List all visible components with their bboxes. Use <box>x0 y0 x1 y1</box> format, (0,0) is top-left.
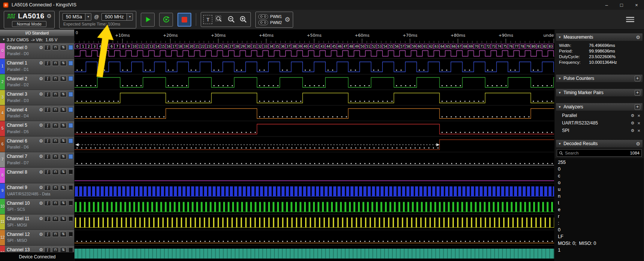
channel-settings-gear-icon[interactable]: ⚙ <box>39 170 43 174</box>
channel-settings-gear-icon[interactable]: ⚙ <box>39 185 43 190</box>
decoded-results-header[interactable]: ▼ Decoded Results ⚙ <box>556 140 643 148</box>
analyzer-settings-gear-icon[interactable]: ⚙ <box>631 121 635 126</box>
analyzers-header[interactable]: ▼ Analyzers + <box>556 103 643 111</box>
search-input[interactable] <box>565 151 628 155</box>
level-trigger-button[interactable]: ⇅ <box>60 60 67 66</box>
channel-row[interactable]: 9 Channel 9 ⚙ ʃ ⊓ ⇅ _ UART/RS232/485 - D… <box>0 183 74 199</box>
level-trigger-button[interactable]: ⇅ <box>60 107 67 112</box>
channel-row[interactable]: 4 Channel 4 ⚙ ʃ ⊓ ⇅ Parallel - D4 <box>0 105 74 121</box>
mode-selector[interactable]: Normal Mode <box>12 21 46 27</box>
channel-settings-gear-icon[interactable]: ⚙ <box>39 201 43 206</box>
pwm-settings-gear-icon[interactable]: ⚙ <box>285 16 290 24</box>
loop-sampling-button[interactable] <box>159 13 173 27</box>
decoded-result-item[interactable]: r <box>558 214 644 220</box>
level-trigger-button[interactable]: ⇅ <box>60 185 67 190</box>
decoded-result-item[interactable]: LF <box>558 234 644 241</box>
pulse-trigger-button[interactable]: ⊓ <box>52 45 59 50</box>
decoded-result-item[interactable]: 0 <box>558 166 644 173</box>
channel-row[interactable]: 7 Channel 7 ⚙ ʃ ⊓ ⇅ Parallel - D7 <box>0 152 74 168</box>
channel-row[interactable]: 12 Channel 12 ⚙ ʃ ⊓ ⇅ _ SPI - MISO <box>0 230 74 246</box>
edge-trigger-button[interactable]: ʃ <box>44 169 51 175</box>
edge-trigger-button[interactable]: ʃ <box>44 231 51 237</box>
zoom-selection-button[interactable] <box>214 15 224 25</box>
zoom-out-button[interactable] <box>226 15 236 25</box>
channel-assign-tag[interactable] <box>69 123 73 128</box>
decoded-result-item[interactable]: n <box>558 194 644 200</box>
channel-assign-tag[interactable] <box>69 92 73 97</box>
minimize-button[interactable]: – <box>599 0 614 10</box>
waveform-area[interactable]: +10ms+20ms+30ms+40ms+50ms+60ms+70ms+80ms… <box>75 30 554 261</box>
add-timing-marker-button[interactable]: + <box>635 90 640 96</box>
channel-assign-tag[interactable]: _ <box>69 248 73 252</box>
decoded-settings-gear-icon[interactable]: ⚙ <box>636 141 640 147</box>
channel-assign-tag[interactable]: _ <box>69 232 73 237</box>
dropdown-arrow-icon[interactable]: ▼ <box>85 14 91 20</box>
level-trigger-button[interactable]: ⇅ <box>60 216 67 222</box>
level-trigger-button[interactable]: ⇅ <box>60 123 67 128</box>
edge-trigger-button[interactable]: ʃ <box>44 107 51 112</box>
edge-trigger-button[interactable]: ʃ <box>44 76 51 81</box>
level-trigger-button[interactable]: ⇅ <box>60 76 67 81</box>
channel-row[interactable]: 8 Channel 8 ⚙ ʃ ⊓ ⇅ _ <box>0 168 74 183</box>
channel-assign-tag[interactable] <box>69 45 73 50</box>
dropdown-arrow-icon[interactable]: ▼ <box>127 14 133 20</box>
channel-settings-gear-icon[interactable]: ⚙ <box>39 92 43 96</box>
pulse-trigger-button[interactable]: ⊓ <box>52 154 59 159</box>
decoded-result-item[interactable]: c <box>558 173 644 180</box>
decoded-results-list[interactable]: 2550counter:0LFMOSI: 0; MISO: 01 <box>555 158 644 261</box>
analyzer-close-icon[interactable]: × <box>637 113 640 118</box>
channel-settings-gear-icon[interactable]: ⚙ <box>39 139 43 143</box>
channel-assign-tag[interactable] <box>69 138 73 143</box>
channel-assign-tag[interactable]: _ <box>69 216 73 221</box>
channel-assign-tag[interactable]: _ <box>69 185 73 190</box>
channel-row[interactable]: 6 Channel 6 ⚙ ʃ ⊓ ⇅ Parallel - D6 <box>0 136 74 152</box>
pulse-trigger-button[interactable]: ⊓ <box>52 60 59 66</box>
channel-row[interactable]: 3 Channel 3 ⚙ ʃ ⊓ ⇅ Parallel - D3 <box>0 90 74 106</box>
level-trigger-button[interactable]: ⇅ <box>60 45 67 50</box>
pulse-trigger-button[interactable]: ⊓ <box>52 185 59 190</box>
decoded-result-item[interactable]: MOSI: 0; MISO: 0 <box>558 241 644 248</box>
decoded-result-item[interactable]: o <box>558 180 644 187</box>
level-trigger-button[interactable]: ⇅ <box>60 138 67 144</box>
decoded-result-item[interactable]: 0 <box>558 227 644 234</box>
start-button[interactable] <box>141 13 155 27</box>
edge-trigger-button[interactable]: ʃ <box>44 45 51 50</box>
add-analyzer-button[interactable]: + <box>635 104 640 110</box>
channel-settings-gear-icon[interactable]: ⚙ <box>39 123 43 128</box>
decoded-result-item[interactable]: 255 <box>558 160 644 166</box>
channel-row[interactable]: 2 Channel 2 ⚙ ʃ ⊓ ⇅ Parallel - D2 <box>0 74 74 90</box>
decoded-result-item[interactable]: 1 <box>558 248 644 254</box>
channel-settings-gear-icon[interactable]: ⚙ <box>39 61 43 65</box>
decoded-result-item[interactable]: : <box>558 220 644 227</box>
menu-hamburger-icon[interactable] <box>626 17 634 22</box>
decoded-result-item[interactable]: e <box>558 207 644 214</box>
edge-trigger-button[interactable]: ʃ <box>44 185 51 190</box>
channel-assign-tag[interactable] <box>69 76 73 81</box>
channel-row[interactable]: 0 Channel 0 ⚙ ʃ ⊓ ⇅ Parallel - D0 <box>0 43 74 59</box>
channel-assign-tag[interactable]: _ <box>69 201 73 206</box>
pulse-trigger-button[interactable]: ⊓ <box>52 138 59 144</box>
pulse-trigger-button[interactable]: ⊓ <box>52 76 59 81</box>
channel-settings-gear-icon[interactable]: ⚙ <box>39 232 43 237</box>
pulse-trigger-button[interactable]: ⊓ <box>52 169 59 175</box>
decoded-search-box[interactable]: 1084 <box>557 149 642 157</box>
pwm1-toggle[interactable]: PWM1 <box>258 14 282 19</box>
zoom-in-button[interactable] <box>238 15 248 25</box>
sample-count-select[interactable]: 50 MSa ▼ <box>63 13 91 21</box>
analyzer-close-icon[interactable]: × <box>637 120 640 126</box>
pulse-trigger-button[interactable]: ⊓ <box>52 216 59 222</box>
channel-assign-tag[interactable] <box>69 154 73 159</box>
level-trigger-button[interactable]: ⇅ <box>60 92 67 97</box>
pulse-trigger-button[interactable]: ⊓ <box>52 107 59 112</box>
analyzer-item[interactable]: Parallel ⚙ × <box>555 112 644 119</box>
channel-settings-gear-icon[interactable]: ⚙ <box>39 108 43 112</box>
decoded-result-item[interactable]: u <box>558 187 644 194</box>
edge-trigger-button[interactable]: ʃ <box>44 138 51 144</box>
analyzer-item[interactable]: UART/RS232/485 ⚙ × <box>555 119 644 127</box>
sample-rate-select[interactable]: 500 MHz ▼ <box>101 13 133 21</box>
pwm2-toggle[interactable]: PWM2 <box>258 20 282 25</box>
maximize-button[interactable]: □ <box>614 0 629 10</box>
voltage-threshold-row[interactable]: ▼ 3.3V CMOS -> Vth: 1.65 V <box>0 36 74 43</box>
analyzer-close-icon[interactable]: × <box>637 128 640 134</box>
pulse-counters-header[interactable]: ▼ Pulse Counters + <box>556 74 643 82</box>
